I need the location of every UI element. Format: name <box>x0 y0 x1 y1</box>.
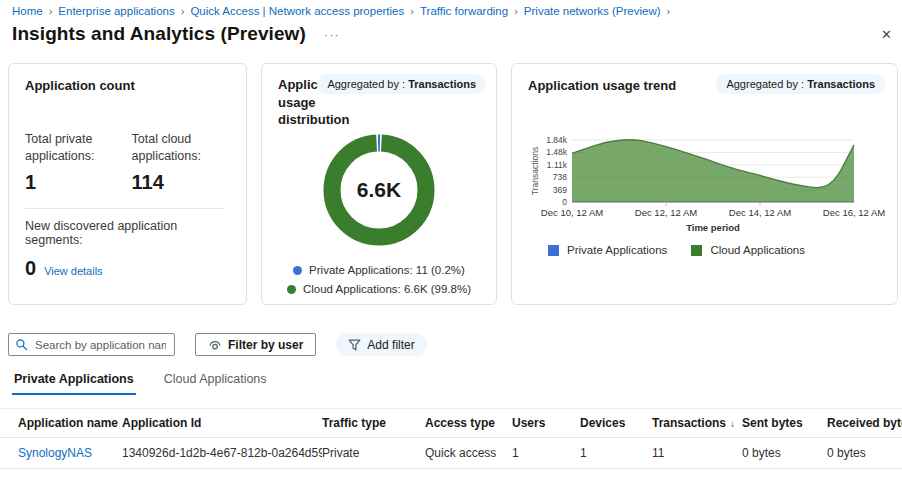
breadcrumb-link[interactable]: Enterprise applications <box>58 5 174 17</box>
total-private-label: Total private applications: <box>25 131 124 165</box>
column-header-label: Devices <box>580 416 625 430</box>
usage-distribution-card: Application usage distribution Aggregate… <box>261 63 497 305</box>
cell-access-type: Quick access <box>425 438 512 469</box>
svg-text:0: 0 <box>562 197 567 207</box>
column-header-devices[interactable]: Devices <box>580 409 652 438</box>
svg-text:1.11k: 1.11k <box>547 160 568 170</box>
filter-toolbar: Filter by user Add filter <box>8 333 427 356</box>
application-name-link[interactable]: SynologyNAS <box>18 446 92 460</box>
cell-sent-bytes: 0 bytes <box>742 438 827 469</box>
page-header: Insights and Analytics (Preview) ··· ✕ <box>12 23 892 45</box>
donut-legend: Private Applications: 11 (0.2%)Cloud App… <box>262 264 496 295</box>
filter-by-user-label: Filter by user <box>228 338 303 352</box>
column-header-application-name[interactable]: Application name <box>0 409 122 438</box>
applications-table-wrap: Application nameApplication IdTraffic ty… <box>0 408 902 469</box>
page-title: Insights and Analytics (Preview) <box>12 23 306 45</box>
total-private-value: 1 <box>25 171 124 194</box>
column-header-label: Application Id <box>122 416 201 430</box>
chevron-right-icon: › <box>410 5 414 17</box>
legend-item: Private Applications: 11 (0.2%) <box>293 264 465 276</box>
column-header-sent-bytes[interactable]: Sent bytes <box>742 409 827 438</box>
eye-icon <box>208 339 222 351</box>
search-box[interactable] <box>8 333 175 356</box>
legend-item: Cloud Applications: 6.6K (99.8%) <box>287 283 471 295</box>
column-header-traffic-type[interactable]: Traffic type <box>322 409 425 438</box>
column-header-transactions[interactable]: Transactions↓ <box>652 409 742 438</box>
column-header-label: Sent bytes <box>742 416 803 430</box>
tab-private-applications[interactable]: Private Applications <box>12 372 136 395</box>
funnel-icon <box>348 339 361 351</box>
svg-text:369: 369 <box>553 185 567 195</box>
cell-application-name: SynologyNAS <box>0 438 122 469</box>
column-header-label: Access type <box>425 416 495 430</box>
column-header-label: Users <box>512 416 545 430</box>
chevron-right-icon: › <box>667 5 671 17</box>
svg-text:1.84k: 1.84k <box>546 135 568 145</box>
svg-text:1.48k: 1.48k <box>546 147 568 157</box>
svg-text:Dec 16, 12 AM: Dec 16, 12 AM <box>823 207 885 218</box>
breadcrumb-link[interactable]: Private networks (Preview) <box>524 5 661 17</box>
area-chart: 03697381.11k1.48k1.84kDec 10, 12 AMDec 1… <box>524 122 889 240</box>
aggregated-by-value: Transactions <box>408 78 476 90</box>
add-filter-button[interactable]: Add filter <box>336 333 426 356</box>
cell-application-id: 1340926d-1d2b-4e67-812b-0a264d5921bf <box>122 438 322 469</box>
svg-text:Transactions: Transactions <box>530 147 540 195</box>
column-header-received-bytes[interactable]: Received bytes <box>827 409 902 438</box>
legend-dot-icon <box>293 266 302 275</box>
donut-center-value: 6.6K <box>357 178 401 201</box>
divider <box>25 208 225 209</box>
new-segments-label: New discovered application segments: <box>25 219 230 247</box>
table-header-row: Application nameApplication IdTraffic ty… <box>0 409 902 438</box>
breadcrumb-link[interactable]: Home <box>12 5 43 17</box>
insight-cards: Application count Total private applicat… <box>8 63 898 305</box>
tab-cloud-applications[interactable]: Cloud Applications <box>162 372 269 395</box>
aggregated-by-value: Transactions <box>807 78 875 90</box>
total-cloud-value: 114 <box>132 171 231 194</box>
chevron-right-icon: › <box>49 5 53 17</box>
column-header-label: Received bytes <box>827 416 902 430</box>
total-cloud-label: Total cloud applications: <box>132 131 231 165</box>
cell-users: 1 <box>512 438 580 469</box>
close-icon[interactable]: ✕ <box>881 27 892 42</box>
usage-trend-card: Application usage trend Aggregated by : … <box>511 63 898 305</box>
breadcrumb-link[interactable]: Quick Access | Network access properties <box>190 5 404 17</box>
search-input[interactable] <box>33 338 168 352</box>
legend-square-icon <box>548 245 559 256</box>
cell-received-bytes: 0 bytes <box>827 438 902 469</box>
svg-text:Dec 14, 12 AM: Dec 14, 12 AM <box>729 207 791 218</box>
application-count-title: Application count <box>25 78 230 93</box>
legend-item: Cloud Applications <box>691 244 805 256</box>
sort-desc-icon: ↓ <box>730 418 735 429</box>
column-header-application-id[interactable]: Application Id <box>122 409 322 438</box>
aggregated-by-prefix: Aggregated by : <box>327 78 408 90</box>
legend-label: Cloud Applications <box>710 244 805 256</box>
usage-trend-title: Application usage trend <box>528 78 676 93</box>
svg-text:Dec 10, 12 AM: Dec 10, 12 AM <box>541 207 603 218</box>
add-filter-label: Add filter <box>367 338 414 352</box>
legend-label: Cloud Applications: 6.6K (99.8%) <box>303 283 471 295</box>
table-row: SynologyNAS1340926d-1d2b-4e67-812b-0a264… <box>0 438 902 469</box>
breadcrumb-link[interactable]: Traffic forwarding <box>420 5 508 17</box>
donut-chart: 6.6K <box>317 128 441 252</box>
filter-by-user-button[interactable]: Filter by user <box>195 333 316 356</box>
breadcrumb: Home›Enterprise applications›Quick Acces… <box>12 5 676 17</box>
column-header-label: Transactions <box>652 416 726 430</box>
column-header-label: Application name <box>18 416 118 430</box>
column-header-users[interactable]: Users <box>512 409 580 438</box>
search-icon <box>15 338 28 351</box>
legend-label: Private Applications: 11 (0.2%) <box>309 264 465 276</box>
chevron-right-icon: › <box>514 5 518 17</box>
svg-text:Dec 12, 12 AM: Dec 12, 12 AM <box>635 207 697 218</box>
column-header-access-type[interactable]: Access type <box>425 409 512 438</box>
legend-square-icon <box>691 245 702 256</box>
view-details-link[interactable]: View details <box>44 265 103 277</box>
svg-text:738: 738 <box>553 172 567 182</box>
legend-item: Private Applications <box>548 244 667 256</box>
trend-legend: Private ApplicationsCloud Applications <box>548 244 805 256</box>
more-options-icon[interactable]: ··· <box>324 28 340 41</box>
applications-tabs: Private ApplicationsCloud Applications <box>12 372 269 395</box>
cell-devices: 1 <box>580 438 652 469</box>
applications-table: Application nameApplication IdTraffic ty… <box>0 408 902 469</box>
aggregated-by-badge: Aggregated by : Transactions <box>716 74 885 94</box>
legend-label: Private Applications <box>567 244 667 256</box>
